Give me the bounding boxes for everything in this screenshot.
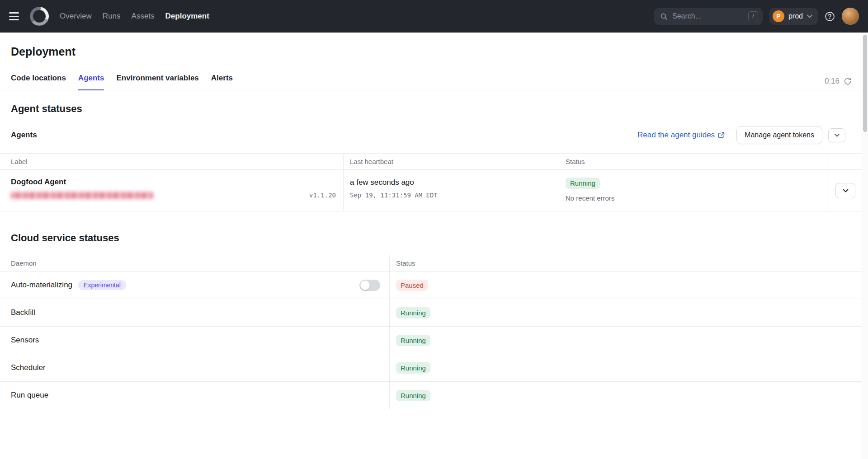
search-input[interactable]: [671, 12, 745, 21]
cloud-services-table: Daemon Status Auto-materializing Experim…: [0, 255, 862, 409]
tab-alerts[interactable]: Alerts: [211, 70, 233, 90]
scrollbar-thumb[interactable]: [863, 35, 867, 132]
experimental-badge: Experimental: [78, 280, 126, 290]
chevron-down-icon: [835, 134, 840, 137]
agent-status-note: No recent errors: [566, 194, 822, 202]
agent-status-badge: Running: [566, 178, 600, 189]
deployment-switcher[interactable]: P prod: [769, 8, 818, 25]
agent-name: Dogfood Agent: [11, 178, 336, 187]
menu-icon: [9, 9, 23, 23]
daemon-name: Scheduler: [11, 363, 46, 372]
daemon-row-sensors: Sensors Running: [0, 327, 862, 354]
col-daemon: Daemon: [0, 255, 389, 271]
agent-row: Dogfood Agent v1.1.20 a few seconds ago …: [0, 170, 862, 211]
daemon-status-cell: Running: [389, 327, 862, 354]
nav-deployment[interactable]: Deployment: [165, 12, 209, 21]
refresh-icon[interactable]: [844, 77, 852, 85]
agent-actions-cell: [829, 170, 862, 211]
daemon-status-cell: Running: [389, 382, 862, 409]
col-label: Label: [0, 154, 343, 169]
daemon-status-badge: Running: [396, 362, 430, 374]
cloud-table-header: Daemon Status: [0, 255, 862, 272]
daemon-status-cell: Running: [389, 299, 862, 326]
daemon-cell: Run queue: [0, 382, 389, 409]
daemon-status-badge: Running: [396, 335, 430, 346]
daemon-status-cell: Running: [389, 354, 862, 381]
daemon-status-badge: Running: [396, 307, 430, 318]
col-status: Status: [559, 154, 829, 169]
page-title: Deployment: [0, 33, 862, 58]
scrollbar[interactable]: [862, 33, 868, 459]
agent-label-cell: Dogfood Agent v1.1.20: [0, 170, 343, 211]
tabs-bar: Code locations Agents Environment variab…: [0, 70, 862, 90]
agent-statuses-heading: Agent statuses: [0, 90, 862, 115]
heartbeat-relative: a few seconds ago: [350, 178, 552, 187]
tab-agents[interactable]: Agents: [78, 70, 104, 90]
daemon-row-auto-materializing: Auto-materializing Experimental Paused: [0, 272, 862, 299]
agent-guides-link-label: Read the agent guides: [637, 131, 715, 140]
tab-code-locations[interactable]: Code locations: [11, 70, 66, 90]
deployment-page: Deployment Code locations Agents Environ…: [0, 33, 862, 409]
user-avatar[interactable]: [842, 8, 859, 25]
navbar-right: / P prod: [654, 8, 859, 25]
deployment-name: prod: [788, 12, 803, 20]
col-daemon-status: Status: [389, 255, 862, 271]
col-last-heartbeat: Last heartbeat: [343, 154, 559, 169]
daemon-cell: Auto-materializing Experimental: [0, 272, 389, 299]
daemon-row-scheduler: Scheduler Running: [0, 354, 862, 382]
col-actions: [829, 154, 862, 169]
top-navbar: Overview Runs Assets Deployment / P prod: [0, 0, 868, 33]
primary-nav: Overview Runs Assets Deployment: [60, 12, 209, 21]
tab-environment-variables[interactable]: Environment variables: [116, 70, 198, 90]
auto-materializing-toggle[interactable]: [359, 280, 380, 291]
refresh-countdown: 0:16: [825, 77, 840, 86]
deployment-tabs: Code locations Agents Environment variab…: [0, 70, 244, 90]
help-icon: [825, 11, 835, 22]
agents-subheading: Agents: [11, 131, 37, 140]
chevron-down-icon: [807, 14, 812, 18]
search-icon: [660, 13, 668, 20]
menu-button[interactable]: [9, 9, 23, 23]
search-box[interactable]: /: [654, 8, 763, 25]
daemon-status-cell: Paused: [389, 272, 862, 299]
nav-runs[interactable]: Runs: [103, 12, 121, 21]
search-shortcut-key: /: [748, 11, 758, 21]
daemon-status-badge: Running: [396, 390, 430, 401]
dagster-logo[interactable]: [29, 6, 50, 27]
agent-id-redacted: [11, 192, 153, 199]
agents-toolbar: Agents Read the agent guides Manage agen…: [0, 115, 862, 153]
daemon-status-badge: Paused: [396, 280, 428, 291]
toggle-knob: [360, 281, 370, 290]
chevron-down-icon: [843, 189, 849, 192]
daemon-cell: Sensors: [0, 327, 389, 354]
agent-tokens-menu-button[interactable]: [828, 128, 845, 142]
agent-guides-link[interactable]: Read the agent guides: [637, 131, 725, 140]
daemon-row-run-queue: Run queue Running: [0, 382, 862, 409]
daemon-name: Run queue: [11, 391, 48, 400]
cloud-service-statuses-heading: Cloud service statuses: [0, 211, 862, 244]
agent-heartbeat-cell: a few seconds ago Sep 19, 11:31:59 AM ED…: [343, 170, 559, 211]
daemon-name: Backfill: [11, 308, 35, 317]
daemon-cell: Backfill: [0, 299, 389, 326]
daemon-cell: Scheduler: [0, 354, 389, 381]
nav-assets[interactable]: Assets: [132, 12, 155, 21]
manage-agent-tokens-button[interactable]: Manage agent tokens: [736, 126, 822, 144]
nav-overview[interactable]: Overview: [60, 12, 92, 21]
daemon-name: Sensors: [11, 336, 39, 345]
deployment-avatar: P: [773, 10, 784, 22]
refresh-timer: 0:16: [825, 77, 862, 90]
agents-table: Label Last heartbeat Status Dogfood Agen…: [0, 153, 862, 211]
daemon-name: Auto-materializing: [11, 281, 72, 290]
help-button[interactable]: [825, 11, 835, 22]
agent-status-cell: Running No recent errors: [559, 170, 829, 211]
daemon-row-backfill: Backfill Running: [0, 299, 862, 327]
expand-agent-row-button[interactable]: [835, 183, 855, 198]
agents-table-header: Label Last heartbeat Status: [0, 154, 862, 170]
agent-version: v1.1.20: [309, 192, 336, 199]
heartbeat-timestamp: Sep 19, 11:31:59 AM EDT: [350, 192, 552, 199]
external-link-icon: [718, 132, 725, 139]
